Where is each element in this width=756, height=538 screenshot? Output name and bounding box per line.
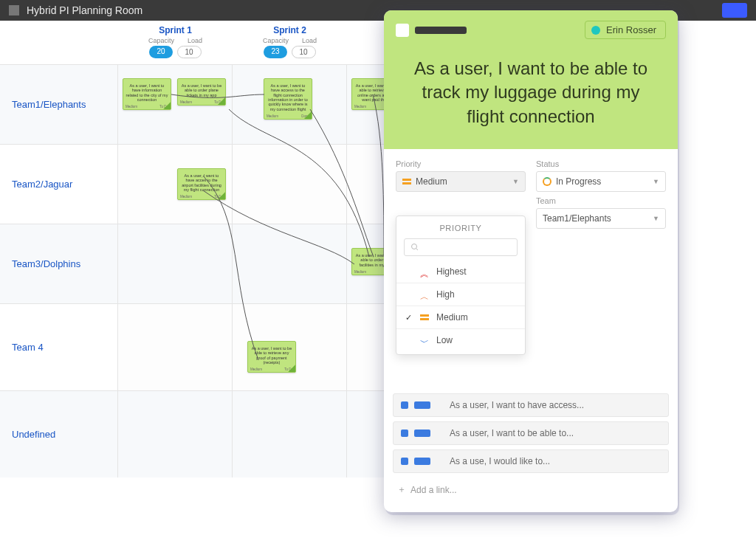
status-select[interactable]: In Progress ▼ [536,171,666,192]
link-type-icon [401,401,408,409]
story-title: As a user, I want to be able to track my… [396,57,666,128]
priority-low-icon: ﹀ [420,337,429,344]
priority-option-medium[interactable]: ✓Medium [396,306,525,329]
linked-items-section: As a user, I want to have access... As a… [384,393,678,512]
in-progress-icon [543,177,551,186]
page-title: Hybrid PI Planning Room [27,4,142,16]
svg-line-1 [416,249,419,251]
linked-item[interactable]: As a user, I want to have access... [393,393,669,417]
link-key-icon [414,401,430,409]
capacity-pill: 23 [264,46,286,58]
svg-point-0 [412,244,417,249]
load-label: Load [188,37,202,44]
linked-item-title: As a user, I want to have access... [450,400,584,410]
link-key-icon [414,458,430,465]
card-key-placeholder [415,27,467,34]
link-type-icon [401,430,408,437]
team-select[interactable]: Team1/Elephants ▼ [536,208,666,229]
search-icon [410,243,419,252]
priority-option-high[interactable]: ︿High [396,283,525,306]
option-label: Medium [436,312,468,323]
priority-field: Priority Medium ▼ [396,159,526,192]
add-link-label: Add a link... [410,485,457,495]
story-detail-panel: Erin Rosser As a user, I want to be able… [384,10,678,512]
team-label: Team [536,196,666,205]
team-field: Team Team1/Elephants ▼ [536,196,666,229]
linked-item[interactable]: As a use, I would like to... [393,449,669,473]
capacity-label: Capacity [263,37,289,44]
story-card[interactable]: As a user, I want to have access to the … [264,78,312,120]
primary-action-button[interactable] [722,3,747,18]
option-label: Low [436,335,453,345]
linked-item-title: As a use, I would like to... [450,456,550,466]
check-icon: ✓ [405,313,413,323]
priority-label: Priority [396,159,526,168]
status-value: In Progress [556,176,601,187]
plus-icon: ＋ [397,483,406,496]
dropdown-title: PRIORITY [396,224,525,232]
story-card[interactable]: As a user, I want to have information re… [123,78,171,110]
priority-medium-icon [420,314,429,320]
card-type-icon [396,24,409,37]
team-label: Team2/Jaguar [0,145,118,224]
chevron-down-icon: ▼ [653,178,659,185]
add-link-button[interactable]: ＋ Add a link... [393,477,669,502]
capacity-label: Capacity [148,37,174,44]
story-card[interactable]: As a user, I want to be able to order pl… [177,78,226,106]
priority-select[interactable]: Medium ▼ [396,171,526,192]
linked-item-title: As a user, I want to be able to... [450,428,574,438]
priority-dropdown: PRIORITY ︽Highest ︿High ✓Medium ﹀Low [396,215,526,355]
priority-option-highest[interactable]: ︽Highest [396,261,525,283]
option-label: High [436,289,455,300]
link-type-icon [401,458,408,465]
linked-item[interactable]: As a user, I want to be able to... [393,421,669,445]
priority-medium-icon [402,179,411,184]
sprint-column-2: Sprint 2 CapacityLoad 23 10 [233,21,347,64]
load-label: Load [302,37,317,44]
chevron-down-icon: ▼ [653,215,659,222]
assignee-chip[interactable]: Erin Rosser [585,21,666,39]
load-pill: 10 [177,46,202,58]
option-label: Highest [436,266,467,277]
load-pill: 10 [292,46,316,58]
status-field: Status In Progress ▼ [536,159,666,192]
story-card[interactable]: As a user, I want to be able to retrieve… [247,341,296,373]
priority-highest-icon: ︽ [420,268,429,275]
priority-value: Medium [416,176,447,187]
priority-high-icon: ︿ [420,291,429,298]
link-key-icon [414,430,430,437]
dropdown-search-input[interactable] [404,238,518,256]
team-label: Team3/Dolphins [0,224,118,303]
sprint-column-1: Sprint 1 CapacityLoad 20 10 [118,21,233,64]
team-value: Team1/Elephants [543,213,611,224]
app-logo-icon [9,5,19,15]
capacity-pill: 20 [149,46,172,58]
team-label: Undefined [0,391,118,477]
story-card[interactable]: As a user, I want to have acces to the a… [177,168,226,200]
priority-option-low[interactable]: ﹀Low [396,329,525,351]
sprint-title: Sprint 1 [118,25,233,35]
sprint-title: Sprint 2 [233,25,347,35]
chevron-down-icon: ▼ [512,178,519,185]
team-label: Team 4 [0,304,118,390]
status-label: Status [536,159,666,168]
panel-header: Erin Rosser As a user, I want to be able… [384,10,678,149]
team-label: Team1/Elephants [0,65,118,144]
